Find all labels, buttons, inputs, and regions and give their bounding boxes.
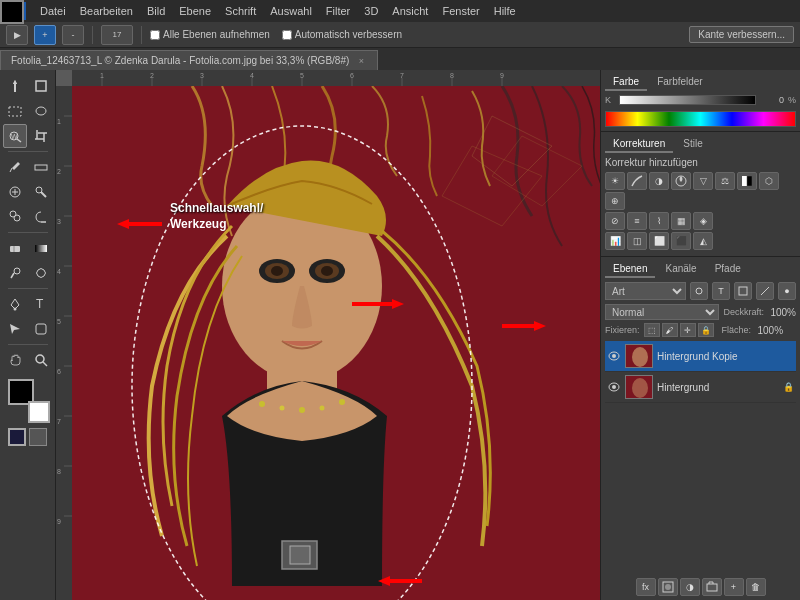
layer-new-btn[interactable]: +: [724, 578, 744, 596]
move-tool[interactable]: [3, 74, 27, 98]
zoom-tool[interactable]: [29, 348, 53, 372]
artboard-tool[interactable]: [29, 74, 53, 98]
eraser-tool[interactable]: [3, 236, 27, 260]
adj-posterize-btn[interactable]: ≡: [627, 212, 647, 230]
menu-schrift[interactable]: Schrift: [219, 3, 262, 19]
quick-mask-mode[interactable]: [29, 428, 47, 446]
layer-mask-btn[interactable]: [658, 578, 678, 596]
background-color[interactable]: [28, 401, 50, 423]
layer-adj-btn[interactable]: ◑: [680, 578, 700, 596]
gradient-tool[interactable]: [29, 236, 53, 260]
adj-bw-btn[interactable]: [737, 172, 757, 190]
refine-edge-button[interactable]: Kante verbessern...: [689, 26, 794, 43]
lock-transparent-btn[interactable]: ⬚: [644, 323, 660, 337]
menu-bearbeiten[interactable]: Bearbeiten: [74, 3, 139, 19]
color-k-slider[interactable]: [619, 95, 756, 105]
adj-photofilter-btn[interactable]: ⬡: [759, 172, 779, 190]
adj-brightness-btn[interactable]: ☀: [605, 172, 625, 190]
layer-delete-btn[interactable]: 🗑: [746, 578, 766, 596]
svg-rect-30: [36, 324, 46, 334]
blur-tool[interactable]: [29, 261, 53, 285]
layer-group-btn[interactable]: [702, 578, 722, 596]
menu-ebene[interactable]: Ebene: [173, 3, 217, 19]
lasso-tool[interactable]: [29, 99, 53, 123]
right-panels: Farbe Farbfelder K 0 % Korrekturen: [600, 70, 800, 600]
adj-selcolor-btn[interactable]: ◈: [693, 212, 713, 230]
layer-filter-icon1[interactable]: [690, 282, 708, 300]
pen-tool[interactable]: [3, 292, 27, 316]
shape-tool[interactable]: [29, 317, 53, 341]
layer-item-hintergrund[interactable]: Hintergrund 🔒: [605, 372, 796, 403]
adj-vibrance-btn[interactable]: ▽: [693, 172, 713, 190]
adj-invert-btn[interactable]: ⊘: [605, 212, 625, 230]
document-tab[interactable]: Fotolia_12463713_L © Zdenka Darula - Fot…: [0, 50, 378, 70]
menu-ansicht[interactable]: Ansicht: [386, 3, 434, 19]
adj-extra1-btn[interactable]: ◫: [627, 232, 647, 250]
tab-stile[interactable]: Stile: [675, 136, 710, 153]
canvas-area[interactable]: 1 2 3 4 5 6 7 8 9: [56, 70, 600, 600]
quick-select-tool[interactable]: W: [3, 124, 27, 148]
layer-item-kopie[interactable]: Hintergrund Kopie: [605, 341, 796, 372]
crop-tool[interactable]: [29, 124, 53, 148]
standard-mode[interactable]: [8, 428, 26, 446]
tool-select-btn[interactable]: ▶: [6, 25, 28, 45]
svg-line-104: [761, 287, 769, 295]
text-tool[interactable]: T: [29, 292, 53, 316]
auto-enhance-checkbox[interactable]: Automatisch verbessern: [282, 29, 402, 40]
adj-threshold-btn[interactable]: ⌇: [649, 212, 669, 230]
menu-fenster[interactable]: Fenster: [436, 3, 485, 19]
heal-tool[interactable]: [3, 180, 27, 204]
menu-3d[interactable]: 3D: [358, 3, 384, 19]
layer-filter-icon4[interactable]: [756, 282, 774, 300]
tab-ebenen[interactable]: Ebenen: [605, 261, 655, 278]
eyedropper-tool[interactable]: [3, 155, 27, 179]
adj-curves-btn[interactable]: [627, 172, 647, 190]
adj-extra4-btn[interactable]: ◭: [693, 232, 713, 250]
canvas-image[interactable]: Schnellauswahl/ Werkzeug: [72, 86, 600, 600]
layer-eye-hintergrund[interactable]: [607, 380, 621, 394]
menu-filter[interactable]: Filter: [320, 3, 356, 19]
adj-channelmix-btn[interactable]: ⊕: [605, 192, 625, 210]
tab-pfade[interactable]: Pfade: [707, 261, 749, 278]
lock-all-btn[interactable]: 🔒: [698, 323, 714, 337]
menu-bild[interactable]: Bild: [141, 3, 171, 19]
brush-tool[interactable]: [29, 180, 53, 204]
lock-position-btn[interactable]: ✛: [680, 323, 696, 337]
adj-hue-btn[interactable]: [671, 172, 691, 190]
adj-gradmap-btn[interactable]: ▦: [671, 212, 691, 230]
rect-select-tool[interactable]: [3, 99, 27, 123]
adj-exposure-btn[interactable]: ◑: [649, 172, 669, 190]
adj-levels-btn[interactable]: 📊: [605, 232, 625, 250]
all-layers-checkbox[interactable]: Alle Ebenen aufnehmen: [150, 29, 270, 40]
layer-fx-btn[interactable]: fx: [636, 578, 656, 596]
tool-subtract-btn[interactable]: -: [62, 25, 84, 45]
lock-image-btn[interactable]: 🖌: [662, 323, 678, 337]
path-select-tool[interactable]: [3, 317, 27, 341]
ruler-tool[interactable]: [29, 155, 53, 179]
tool-add-btn[interactable]: +: [34, 25, 56, 45]
adj-extra2-btn[interactable]: ⬜: [649, 232, 669, 250]
layer-filter-icon3[interactable]: [734, 282, 752, 300]
adj-extra3-btn[interactable]: ⬛: [671, 232, 691, 250]
tab-farbe[interactable]: Farbe: [605, 74, 647, 91]
menu-hilfe[interactable]: Hilfe: [488, 3, 522, 19]
tab-close-btn[interactable]: ×: [355, 55, 367, 67]
layer-filter-icon2[interactable]: T: [712, 282, 730, 300]
dodge-tool[interactable]: [3, 261, 27, 285]
brush-size-btn[interactable]: 17: [101, 25, 133, 45]
layer-filter-toggle[interactable]: ●: [778, 282, 796, 300]
blend-mode-select[interactable]: Normal: [605, 304, 719, 320]
tab-farbfelder[interactable]: Farbfelder: [649, 74, 711, 91]
adj-colorbal-btn[interactable]: ⚖: [715, 172, 735, 190]
history-brush-tool[interactable]: [29, 205, 53, 229]
tab-korrekturen[interactable]: Korrekturen: [605, 136, 673, 153]
tab-kanale[interactable]: Kanäle: [657, 261, 704, 278]
layer-type-filter[interactable]: Art: [605, 282, 686, 300]
hand-tool[interactable]: [3, 348, 27, 372]
color-fg-swatch[interactable]: [0, 0, 24, 24]
color-spectrum[interactable]: [605, 111, 796, 127]
menu-auswahl[interactable]: Auswahl: [264, 3, 318, 19]
layer-eye-kopie[interactable]: [607, 349, 621, 363]
clone-tool[interactable]: [3, 205, 27, 229]
menu-datei[interactable]: Datei: [34, 3, 72, 19]
